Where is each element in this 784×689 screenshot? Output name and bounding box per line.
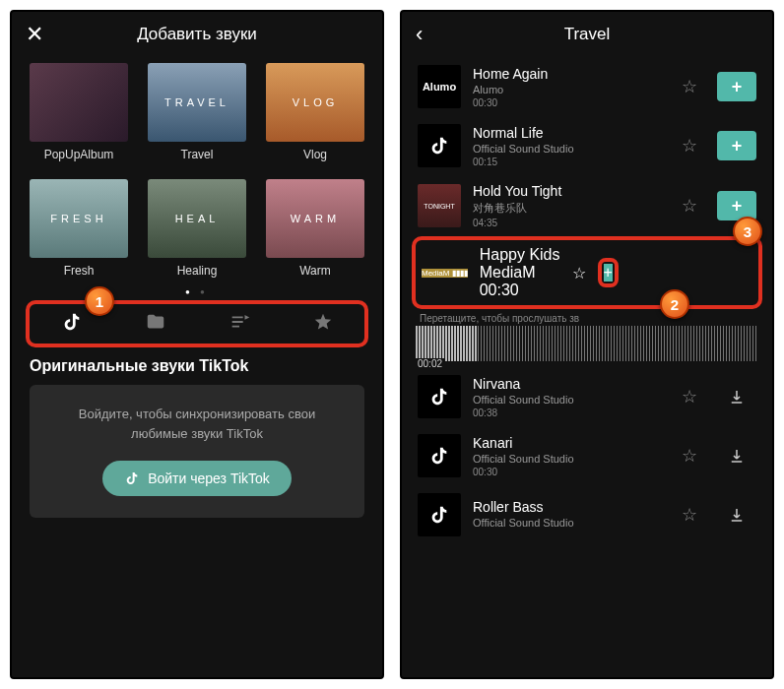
step-badge-1: 1: [85, 286, 114, 316]
category-fresh[interactable]: FRESH Fresh: [30, 179, 128, 278]
track-artist: Alumo: [473, 84, 670, 95]
favorite-icon[interactable]: ☆: [682, 386, 697, 407]
favorite-icon[interactable]: ☆: [682, 504, 697, 526]
download-button[interactable]: [717, 500, 756, 530]
category-label: Travel: [148, 148, 246, 161]
add-track-button[interactable]: +: [717, 131, 756, 160]
login-tiktok-button[interactable]: Войти через TikTok: [102, 461, 292, 496]
favorite-icon[interactable]: ☆: [682, 135, 697, 157]
category-label: Healing: [148, 264, 246, 278]
track-art: [418, 493, 461, 536]
track-title: Normal Life: [473, 125, 670, 141]
category-thumb: FRESH: [30, 179, 128, 258]
track-title: Roller Bass: [473, 499, 670, 515]
travel-tracks-screen: ‹ Travel Alumo Home Again Alumo 00:30 ☆ …: [400, 10, 774, 679]
track-duration: 00:30: [473, 467, 670, 477]
login-card: Войдите, чтобы синхронизировать свои люб…: [30, 385, 364, 518]
category-thumb: [30, 63, 128, 142]
category-label: Warm: [266, 264, 364, 278]
track-title: Happy Kids: [480, 246, 560, 264]
track-art: [418, 124, 461, 167]
add-track-button[interactable]: +: [717, 72, 756, 101]
tab-playlist[interactable]: [229, 311, 250, 338]
track-artist: Official Sound Studio: [473, 143, 670, 155]
category-healing[interactable]: HEAL Healing: [148, 179, 246, 278]
download-button[interactable]: [717, 441, 756, 470]
track-artist: 对角巷乐队: [473, 201, 670, 216]
waveform-scrubber[interactable]: Перетащите, чтобы прослушать зв 00:02: [402, 309, 772, 367]
track-row[interactable]: Alumo Home Again Alumo 00:30 ☆ +: [408, 57, 766, 116]
track-row[interactable]: TONIGHT Hold You Tight 对角巷乐队 04:35 ☆ +: [408, 175, 766, 236]
header-title: Travel: [564, 25, 611, 44]
track-title: Hold You Tight: [473, 183, 670, 199]
close-icon[interactable]: ✕: [26, 12, 43, 57]
track-duration: 04:35: [473, 218, 670, 228]
track-title: Home Again: [473, 66, 670, 82]
track-title: Kanari: [473, 435, 670, 451]
category-popupalbum[interactable]: PopUpAlbum: [30, 63, 128, 161]
tab-tiktok[interactable]: [61, 311, 83, 338]
category-warm[interactable]: WARM Warm: [266, 179, 364, 278]
login-button-label: Войти через TikTok: [148, 470, 270, 486]
track-row[interactable]: Nirvana Official Sound Studio 00:38 ☆: [408, 367, 766, 426]
wave-hint: Перетащите, чтобы прослушать зв: [416, 313, 758, 324]
track-artist: Official Sound Studio: [473, 394, 670, 406]
track-artist: Official Sound Studio: [473, 453, 670, 465]
favorite-icon[interactable]: ☆: [682, 195, 697, 217]
category-thumb: HEAL: [148, 179, 246, 258]
category-label: Fresh: [30, 264, 128, 278]
category-thumb: VLOG: [266, 63, 364, 142]
track-list: Alumo Home Again Alumo 00:30 ☆ + Normal …: [402, 57, 772, 236]
track-duration: 00:15: [473, 157, 670, 167]
selected-track-row[interactable]: MediaM ▮▮▮▮ Happy Kids MediaM 00:30 ☆ + …: [412, 236, 762, 309]
track-artist: MediaM: [480, 264, 560, 282]
track-duration: 00:30: [473, 97, 670, 108]
track-art: TONIGHT: [418, 184, 461, 227]
track-artist: Official Sound Studio: [473, 517, 670, 529]
tab-folder[interactable]: [145, 311, 166, 338]
category-grid: PopUpAlbumTRAVEL TravelVLOG VlogFRESH Fr…: [12, 57, 382, 278]
track-row[interactable]: Normal Life Official Sound Studio 00:15 …: [408, 116, 766, 175]
add-track-button[interactable]: +: [604, 264, 613, 282]
add-button-highlight: +: [598, 258, 619, 287]
equalizer-icon: ▮▮▮▮: [452, 269, 468, 278]
track-art: [418, 434, 461, 477]
waveform[interactable]: [416, 326, 758, 361]
category-label: PopUpAlbum: [30, 148, 128, 161]
download-button[interactable]: [717, 382, 756, 411]
add-sounds-screen: ✕ Добавить звуки PopUpAlbumTRAVEL Travel…: [10, 10, 384, 679]
source-tabs: 1: [26, 300, 368, 347]
track-duration: 00:38: [473, 407, 670, 418]
favorite-icon[interactable]: ☆: [682, 76, 697, 97]
category-label: Vlog: [266, 148, 364, 161]
track-art: MediaM ▮▮▮▮: [422, 269, 468, 278]
tab-favorites[interactable]: [312, 311, 334, 338]
back-icon[interactable]: ‹: [416, 12, 423, 57]
header-title: Добавить звуки: [137, 25, 257, 44]
track-row[interactable]: Kanari Official Sound Studio 00:30 ☆: [408, 426, 766, 485]
category-travel[interactable]: TRAVEL Travel: [148, 63, 246, 161]
page-dots: ● ●: [12, 287, 382, 296]
category-thumb: TRAVEL: [148, 63, 246, 142]
step-badge-3: 3: [733, 217, 762, 246]
track-duration: 00:30: [480, 282, 560, 299]
art-text: MediaM: [422, 269, 449, 278]
track-art: Alumo: [418, 65, 461, 108]
track-title: Nirvana: [473, 376, 670, 392]
login-hint: Войдите, чтобы синхронизировать свои люб…: [49, 405, 345, 443]
favorite-icon[interactable]: ☆: [682, 445, 697, 467]
track-row[interactable]: Roller Bass Official Sound Studio ☆: [408, 485, 766, 544]
track-list: Nirvana Official Sound Studio 00:38 ☆ Ka…: [402, 367, 772, 544]
category-thumb: WARM: [266, 179, 364, 258]
track-art: [418, 375, 461, 418]
section-title: Оригинальные звуки TikTok: [30, 357, 364, 375]
category-vlog[interactable]: VLOG Vlog: [266, 63, 364, 161]
favorite-icon[interactable]: ☆: [572, 264, 586, 282]
